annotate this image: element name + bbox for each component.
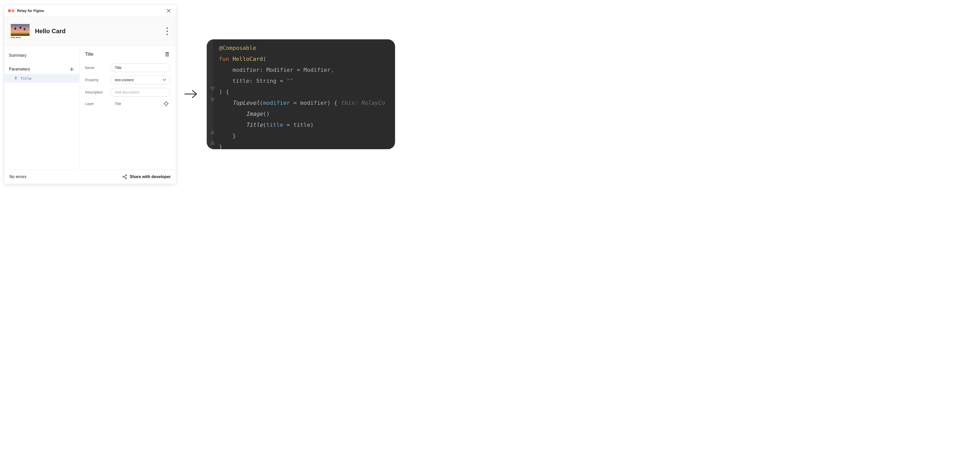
code-token: : [249,78,256,84]
code-token: = [283,121,293,128]
component-thumbnail: Hello World [10,23,31,40]
sidebar: Summary Parameters T Title [4,46,80,169]
parameters-label: Parameters [9,67,30,72]
name-input[interactable] [110,63,170,72]
thumbnail-caption: Hello World [11,36,30,38]
target-icon[interactable] [163,101,169,107]
relay-logo-icon [8,9,14,12]
panel-body: Summary Parameters T Title Title [4,46,176,169]
add-parameter-icon[interactable] [69,66,75,72]
code-token: "" [286,78,293,84]
share-icon [123,174,127,179]
code-token: Modifier [266,67,293,73]
component-header: Hello World Hello Card ••• [4,17,176,46]
detail-header: Title [85,51,170,57]
layer-value-wrap: Title [110,100,170,107]
code-token: modifier [263,100,290,106]
relay-plugin-panel: Relay for Figma Hello World Hello Card •… [4,5,176,184]
code-token: @Composable [219,45,256,51]
svg-point-1 [126,175,127,176]
code-token: String [256,78,277,84]
name-label: Name [85,66,107,70]
text-type-icon: T [14,76,18,80]
code-content: @Composable fun HelloCard( modifier: Mod… [219,42,395,149]
name-row: Name [85,63,170,72]
fold-marker-icon[interactable] [210,141,215,145]
panel-titlebar: Relay for Figma [4,5,176,17]
parameter-name: Title [21,77,32,80]
code-token: = [293,67,304,73]
code-token: HelloCard [232,56,263,62]
share-label: Share with developer [130,174,171,179]
code-token: title [232,78,249,84]
share-with-developer-button[interactable]: Share with developer [123,174,171,179]
code-token: title [266,121,283,128]
description-label: Description [85,90,107,94]
detail-pane: Title Name Property text-content [80,46,176,169]
code-token: Image [246,110,263,117]
delete-icon[interactable] [164,51,170,57]
code-token: } [232,133,236,139]
property-value: text-content [115,78,134,82]
svg-point-3 [126,177,127,179]
parameter-row-title[interactable]: T Title [4,74,79,83]
code-token: Title [246,121,263,128]
code-token: = [290,100,300,106]
code-token: TopLevel [232,100,259,106]
code-token: } [219,144,222,149]
code-token: ) { [327,100,337,106]
code-token: () [263,110,270,117]
layer-value: Title [115,102,121,106]
property-label: Property [85,78,107,82]
code-token: modifier [232,67,259,73]
code-token: : [259,67,266,73]
property-select[interactable]: text-content [110,76,170,84]
code-token: ( [263,56,266,62]
arrow-right-icon [184,89,198,99]
thumbnail-image [11,24,30,36]
code-token: Modifier [304,67,331,73]
code-token: ) { [219,89,229,95]
fold-marker-icon[interactable] [210,130,215,135]
description-row: Description [85,88,170,97]
sidebar-parameters-header: Parameters [4,64,79,74]
more-menu-icon[interactable]: ••• [164,26,171,36]
code-token: title [293,121,310,128]
code-token: modifier [300,100,327,106]
fold-marker-icon[interactable] [210,86,215,91]
code-token: ) [310,121,313,128]
fold-marker-icon[interactable] [210,97,215,102]
property-row: Property text-content [85,76,170,84]
description-input[interactable] [110,88,170,97]
chevron-down-icon [163,79,166,81]
svg-point-0 [165,102,168,105]
errors-status: No errors [10,174,27,179]
plugin-title: Relay for Figma [17,9,163,13]
layer-label: Layer [85,102,107,106]
sidebar-summary[interactable]: Summary [4,51,79,60]
code-token: , [331,67,334,73]
svg-point-2 [123,176,124,177]
code-hint: this: RelayCo [341,100,385,106]
component-name: Hello Card [35,27,159,35]
code-token: fun [219,56,229,62]
panel-footer: No errors Share with developer [4,169,176,184]
code-token: = [277,78,286,84]
close-icon[interactable] [165,8,172,14]
detail-title: Title [85,52,94,57]
code-preview-panel: @Composable fun HelloCard( modifier: Mod… [207,39,395,149]
layer-row: Layer Title [85,100,170,107]
